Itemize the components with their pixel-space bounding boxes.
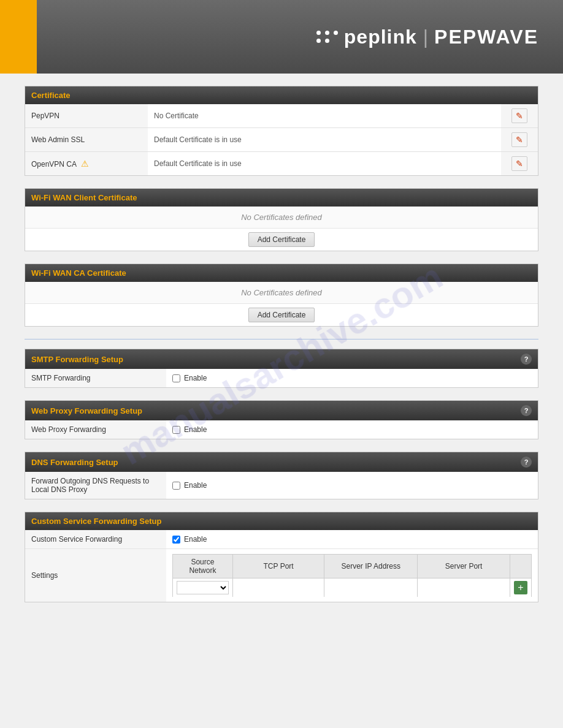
dns-enable-checkbox[interactable] [172,482,180,490]
webadmin-edit-button[interactable]: ✎ [511,132,527,147]
wifi-wan-ca-section: Wi-Fi WAN CA Certificate No Certificates… [25,264,538,327]
section-divider [25,339,538,339]
dns-forwarding-table: Forward Outgoing DNS Requests to Local D… [25,472,538,499]
certificate-section: Certificate PepVPN No Certificate ✎ Web … [25,86,538,176]
web-proxy-forwarding-header: Web Proxy Forwarding Setup ? [25,401,538,420]
webadmin-value: Default Certificate is in use [148,128,501,152]
dns-help-icon[interactable]: ? [521,457,532,468]
add-wifi-ca-cert-button[interactable]: Add Certificate [248,308,315,322]
settings-input-row: + [173,578,532,597]
no-certs-text: No Certificates defined [25,282,538,304]
pepvpn-label: PepVPN [25,104,148,128]
no-certs-row: No Certificates defined [25,207,538,229]
table-row: Web Proxy Forwarding Enable [25,420,538,439]
smtp-forwarding-label: SMTP Forwarding [25,369,166,387]
server-port-header: Server Port [418,555,510,578]
wifi-wan-client-section: Wi-Fi WAN Client Certificate No Certific… [25,188,538,251]
openvpn-value: Default Certificate is in use [148,152,501,176]
header-accent-bar [0,0,37,74]
web-proxy-help-icon[interactable]: ? [521,405,532,416]
table-row: Web Admin SSL Default Certificate is in … [25,128,538,152]
web-proxy-enable-checkbox-label[interactable]: Enable [172,425,532,434]
wifi-wan-ca-table: No Certificates defined Add Certificate [25,282,538,326]
dns-enable-text: Enable [184,481,207,490]
settings-table: Source Network TCP Port Server IP Addres… [172,554,532,597]
smtp-help-icon[interactable]: ? [521,354,532,365]
wifi-wan-client-title: Wi-Fi WAN Client Certificate [31,193,137,202]
dns-enable-checkbox-label[interactable]: Enable [172,481,532,490]
settings-row: Settings Source Network TCP Port Server … [25,549,538,602]
custom-service-value: Enable [166,530,538,549]
settings-header-row: Source Network TCP Port Server IP Addres… [173,555,532,578]
pepvpn-value: No Certificate [148,104,501,128]
source-network-header: Source Network [173,555,233,578]
source-network-select[interactable] [177,581,229,594]
table-row: SMTP Forwarding Enable [25,369,538,387]
pepvpn-edit-button[interactable]: ✎ [511,108,527,123]
smtp-forwarding-section: SMTP Forwarding Setup ? SMTP Forwarding … [25,349,538,388]
add-cert-ca-row: Add Certificate [25,304,538,327]
webadmin-action: ✎ [501,128,538,152]
table-row: Forward Outgoing DNS Requests to Local D… [25,472,538,499]
table-row: Custom Service Forwarding Enable [25,530,538,549]
tcp-port-input[interactable] [237,583,321,592]
logo-brand: peplink [344,26,417,48]
dns-forwarding-value: Enable [166,472,538,499]
server-ip-input[interactable] [328,583,413,592]
table-row: PepVPN No Certificate ✎ [25,104,538,128]
logo-separator: | [423,26,428,48]
web-proxy-forwarding-table: Web Proxy Forwarding Enable [25,420,538,439]
custom-service-enable-label[interactable]: Enable [172,535,532,544]
dns-forwarding-label: Forward Outgoing DNS Requests to Local D… [25,472,166,499]
dns-forwarding-title: DNS Forwarding Setup [31,458,118,467]
action-header [510,555,532,578]
no-certs-text: No Certificates defined [25,207,538,229]
webadmin-label: Web Admin SSL [25,128,148,152]
custom-service-forwarding-title: Custom Service Forwarding Setup [31,517,161,526]
settings-label: Settings [25,549,166,602]
edit-icon: ✎ [516,159,523,169]
certificate-section-title: Certificate [31,91,71,100]
no-certs-row: No Certificates defined [25,282,538,304]
logo-dots [315,29,339,44]
custom-service-forwarding-section: Custom Service Forwarding Setup Custom S… [25,512,538,602]
add-cert-row: Add Certificate [25,229,538,251]
add-settings-row-button[interactable]: + [514,581,527,594]
add-row-cell: + [510,578,532,597]
table-row: OpenVPN CA ⚠ Default Certificate is in u… [25,152,538,176]
server-ip-header: Server IP Address [324,555,418,578]
logo-pepwave: PEPWAVE [434,26,538,48]
smtp-forwarding-title: SMTP Forwarding Setup [31,355,123,364]
wifi-wan-ca-header: Wi-Fi WAN CA Certificate [25,264,538,282]
edit-icon: ✎ [516,111,523,121]
smtp-enable-text: Enable [184,374,207,382]
openvpn-action: ✎ [501,152,538,176]
custom-service-enable-checkbox[interactable] [172,536,180,544]
add-wifi-client-cert-button[interactable]: Add Certificate [248,232,315,247]
source-network-cell [173,578,233,597]
custom-service-label: Custom Service Forwarding [25,530,166,549]
server-port-cell [418,578,510,597]
dns-forwarding-header: DNS Forwarding Setup ? [25,452,538,472]
web-proxy-forwarding-label: Web Proxy Forwarding [25,420,166,439]
edit-icon: ✎ [516,135,523,145]
smtp-forwarding-header: SMTP Forwarding Setup ? [25,349,538,369]
web-proxy-forwarding-title: Web Proxy Forwarding Setup [31,406,142,415]
warning-icon: ⚠ [81,159,89,169]
smtp-enable-checkbox[interactable] [172,374,180,382]
web-proxy-enable-checkbox[interactable] [172,426,180,434]
wifi-wan-client-header: Wi-Fi WAN Client Certificate [25,189,538,207]
openvpn-edit-button[interactable]: ✎ [511,156,527,171]
smtp-forwarding-table: SMTP Forwarding Enable [25,369,538,387]
custom-service-forwarding-table: Custom Service Forwarding Enable Setting… [25,530,538,602]
logo-container: peplink | PEPWAVE [315,26,538,48]
smtp-enable-checkbox-label[interactable]: Enable [172,374,532,382]
wifi-wan-ca-title: Wi-Fi WAN CA Certificate [31,268,126,278]
web-proxy-enable-text: Enable [184,425,207,434]
tcp-port-header: TCP Port [232,555,324,578]
settings-value: Source Network TCP Port Server IP Addres… [166,549,538,602]
server-port-input[interactable] [421,583,506,592]
main-content: Certificate PepVPN No Certificate ✎ Web … [0,74,563,728]
certificate-section-header: Certificate [25,86,538,104]
web-proxy-forwarding-section: Web Proxy Forwarding Setup ? Web Proxy F… [25,400,538,439]
